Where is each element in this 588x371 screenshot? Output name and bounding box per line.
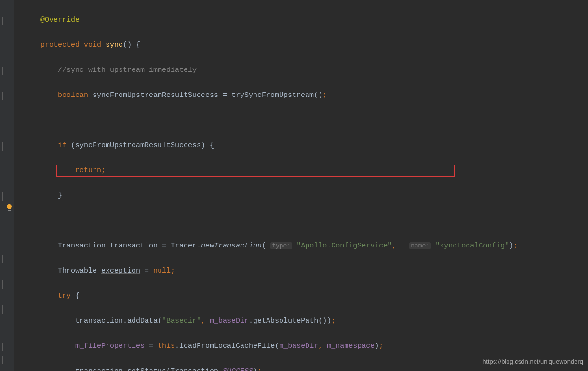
keyword-boolean: boolean (58, 91, 88, 99)
code-content: @Override protected void sync() { //sync… (0, 1, 588, 371)
comment: //sync with upstream immediately (58, 66, 197, 74)
keyword-protected: protected (40, 41, 80, 49)
keyword-if: if (58, 141, 67, 150)
param-hint: name: (409, 242, 431, 249)
annotation: @Override (40, 16, 80, 24)
field: m_baseDir (210, 317, 249, 325)
param-hint: type: (270, 242, 292, 249)
editor-gutter (0, 0, 14, 371)
code-editor[interactable]: @Override protected void sync() { //sync… (0, 0, 588, 371)
static-field: SUCCESS (223, 367, 253, 371)
watermark-text: https://blog.csdn.net/uniquewonderq (482, 356, 583, 368)
static-method: newTransaction (201, 242, 262, 250)
keyword-null: null (153, 267, 171, 275)
string-literal: "Apollo.ConfigService" (292, 242, 392, 250)
field: m_baseDir (279, 342, 318, 350)
method-name: sync (106, 41, 123, 49)
string-literal: "syncLocalConfig" (431, 242, 509, 250)
keyword-void: void (84, 41, 101, 49)
keyword-try: try (58, 292, 71, 300)
code-text: syncFromUpstreamResultSuccess = trySyncF… (88, 91, 322, 99)
field: m_namespace (327, 342, 374, 350)
indent (23, 16, 40, 24)
keyword-return: return (75, 166, 101, 175)
lightbulb-icon[interactable] (6, 204, 13, 211)
keyword-this: this (158, 342, 175, 350)
svg-rect-0 (8, 210, 11, 211)
variable: exception (101, 267, 140, 275)
field: m_fileProperties (75, 342, 145, 350)
string-literal: "Basedir" (162, 317, 201, 325)
